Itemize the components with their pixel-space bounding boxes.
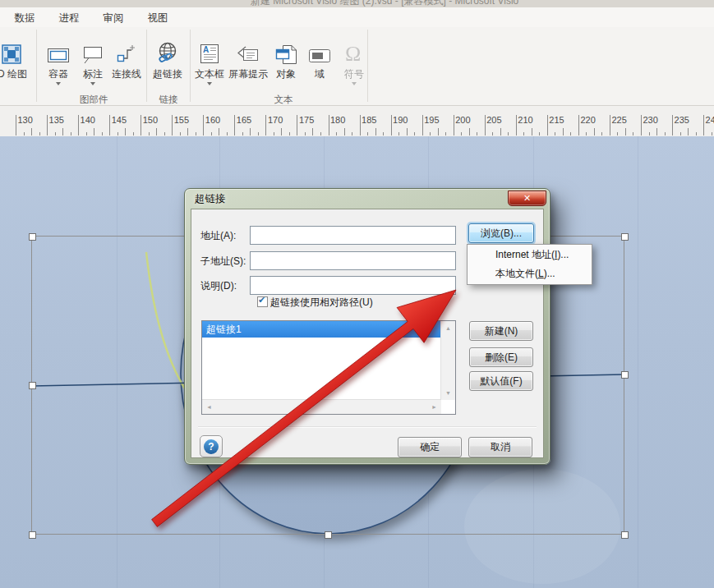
ruler-tick [297, 115, 297, 136]
ruler-number: 160 [205, 115, 220, 125]
tab-进程[interactable]: 进程 [51, 10, 87, 26]
cancel-button[interactable]: 取消 [468, 437, 532, 457]
selection-handle[interactable] [29, 233, 36, 241]
help-button[interactable]: ? [200, 435, 223, 457]
cad-drawing-icon [0, 30, 36, 65]
callout-label: 标注 [76, 68, 110, 80]
group-divider [190, 30, 191, 102]
ruler-tick [312, 128, 313, 136]
tab-审阅[interactable]: 审阅 [95, 10, 131, 26]
container-button[interactable]: 容器 [41, 30, 76, 85]
ruler-tick [149, 132, 150, 136]
object-button[interactable]: 对象 [270, 30, 302, 80]
ruler-tick [539, 132, 540, 136]
scroll-right-icon[interactable]: ► [427, 400, 441, 414]
selection-handle[interactable] [325, 531, 332, 539]
cancel-button-label: 取消 [491, 440, 510, 454]
ruler-tick [570, 132, 571, 136]
ruler-tick [344, 128, 345, 136]
scroll-up-icon[interactable]: ▲ [441, 321, 455, 335]
ruler-tick [688, 128, 689, 136]
callout-button[interactable]: 标注 [76, 30, 110, 85]
tab-数据[interactable]: 数据 [7, 10, 43, 26]
ruler-tick [336, 132, 337, 136]
ruler-number: 130 [18, 115, 33, 125]
selection-handle[interactable] [621, 233, 629, 241]
tab-视图[interactable]: 视图 [140, 10, 176, 26]
browse-button[interactable]: 浏览(B)... [468, 223, 534, 243]
ruler-tick [55, 132, 56, 136]
vertical-scrollbar[interactable]: ▲ ▼ [440, 321, 455, 400]
ruler-tick [352, 132, 352, 136]
ruler-number: 190 [393, 115, 408, 125]
ruler-tick [180, 132, 181, 136]
selection-handle[interactable] [29, 382, 36, 389]
ruler-tick [696, 132, 697, 136]
description-input[interactable] [250, 276, 456, 295]
browse-button-label: 浏览(B)... [481, 227, 522, 241]
ruler-tick [227, 132, 228, 136]
screentip-button[interactable]: 屏幕提示 [227, 30, 269, 80]
container-icon [41, 30, 76, 65]
menu-item-2[interactable]: 本地文件(L)... [468, 264, 592, 283]
field-button[interactable]: 域 [305, 30, 334, 80]
ruler-tick [578, 115, 579, 136]
group-divider [36, 30, 37, 102]
cad-drawing-label: D 绘图 [0, 68, 36, 80]
ruler-tick [109, 115, 110, 136]
subaddress-input[interactable] [250, 251, 456, 270]
ruler-tick [16, 115, 16, 136]
chevron-down-icon [56, 82, 61, 85]
ruler-tick [47, 115, 48, 136]
close-button[interactable]: ✕ [508, 191, 546, 206]
ruler-number: 170 [268, 115, 283, 125]
menu-item-1[interactable]: Internet 地址(I)... [468, 246, 592, 264]
selection-handle[interactable] [621, 371, 629, 379]
textbox-button[interactable]: A 文本框 [191, 30, 228, 85]
connector-icon [106, 30, 147, 65]
chevron-down-icon [352, 82, 357, 85]
connector-button[interactable]: 连接线 [106, 30, 147, 80]
ruler-tick [398, 132, 399, 136]
ruler-tick [672, 115, 673, 136]
container-label: 容器 [41, 68, 76, 80]
ruler-tick [383, 132, 384, 136]
ruler-number: 135 [49, 115, 64, 125]
ruler-number: 200 [455, 115, 470, 125]
hyperlink-button[interactable]: 超链接 [149, 30, 187, 80]
ruler-tick [633, 132, 633, 136]
relative-path-label: 超链接使用相对路径(U) [270, 296, 373, 310]
ruler-tick [601, 132, 602, 136]
default-button[interactable]: 默认值(F) [469, 371, 533, 391]
connector-label: 连接线 [106, 68, 147, 80]
ruler-tick [656, 128, 657, 136]
ruler-tick [617, 132, 618, 136]
address-input[interactable] [250, 226, 456, 245]
scroll-left-icon[interactable]: ◄ [202, 400, 216, 414]
ok-button-label: 确定 [420, 440, 440, 454]
relative-path-checkbox[interactable]: ✔ [257, 296, 268, 307]
ruler-tick [71, 132, 71, 136]
screentip-label: 屏幕提示 [227, 68, 269, 80]
ok-button[interactable]: 确定 [398, 437, 462, 457]
ruler-tick [133, 132, 134, 136]
ruler-tick [703, 115, 704, 136]
ruler-tick [31, 128, 32, 136]
horizontal-scrollbar[interactable]: ◄ ► [202, 399, 441, 414]
ruler-number: 155 [174, 115, 189, 125]
selection-handle[interactable] [621, 531, 629, 539]
ruler: 1301351401451501551601651701751801851901… [0, 106, 714, 137]
new-button[interactable]: 新建(N) [469, 321, 533, 341]
cad-drawing-button[interactable]: D 绘图 [0, 30, 36, 80]
selection-handle[interactable] [29, 531, 36, 539]
scroll-down-icon[interactable]: ▼ [441, 386, 455, 400]
subaddress-label: 子地址(S): [200, 255, 246, 269]
hyperlink-list[interactable]: 超链接1 ▲ ▼ ◄ ► [201, 320, 456, 415]
ruler-tick [469, 128, 470, 136]
ruler-tick [641, 115, 642, 136]
field-icon [305, 30, 334, 65]
dialog-title: 超链接 [195, 192, 226, 206]
delete-button[interactable]: 删除(E) [469, 347, 533, 367]
ruler-tick [250, 128, 251, 136]
list-item[interactable]: 超链接1 [202, 321, 440, 338]
